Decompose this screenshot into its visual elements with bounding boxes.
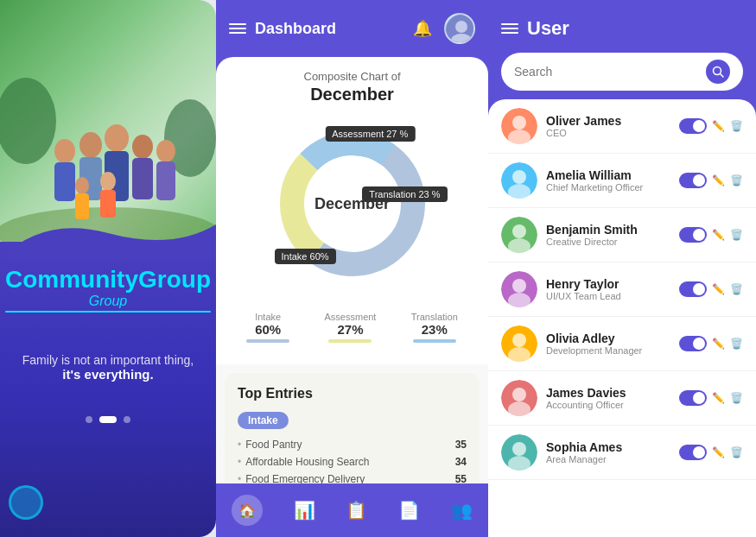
- dashboard-panel: Dashboard 🔔 Composite Chart of December: [216, 0, 488, 537]
- user-info-0: Oliver James CEO: [546, 114, 670, 138]
- svg-rect-12: [156, 161, 175, 200]
- user-delete-btn-5[interactable]: 🗑️: [730, 392, 743, 404]
- user-toggle-1[interactable]: [679, 173, 707, 188]
- legend-translation: Translation 23%: [411, 312, 458, 343]
- dot-2[interactable]: [99, 416, 117, 423]
- dot-3[interactable]: [124, 416, 130, 423]
- user-delete-btn-4[interactable]: 🗑️: [730, 338, 743, 350]
- dashboard-header: Dashboard 🔔: [216, 0, 488, 57]
- svg-point-5: [79, 132, 102, 158]
- user-edit-btn-1[interactable]: ✏️: [712, 174, 725, 186]
- search-bar[interactable]: [501, 53, 743, 91]
- user-panel-title: User: [527, 17, 569, 40]
- legend-assessment: Assessment 27%: [325, 312, 377, 343]
- dashboard-title: Dashboard: [255, 20, 401, 38]
- chart-subtitle: Composite Chart of: [229, 70, 475, 83]
- user-list-item: Oliver James CEO ✏️ 🗑️: [488, 99, 756, 154]
- user-edit-btn-0[interactable]: ✏️: [712, 120, 725, 132]
- user-actions-3: ✏️ 🗑️: [679, 281, 743, 297]
- user-actions-1: ✏️ 🗑️: [679, 173, 743, 188]
- user-name-5: James Davies: [546, 386, 670, 400]
- user-list-item: Benjamin Smith Creative Director ✏️ 🗑️: [488, 208, 756, 262]
- user-list-item: Sophia Ames Area Manager ✏️ 🗑️: [488, 426, 756, 480]
- user-list-item: James Davies Accounting Officer ✏️ 🗑️: [488, 371, 756, 426]
- svg-point-3: [54, 139, 75, 163]
- user-role-5: Accounting Officer: [546, 400, 670, 410]
- user-name-0: Oliver James: [546, 114, 670, 128]
- user-toggle-5[interactable]: [679, 390, 707, 406]
- user-info-3: Henry Taylor UI/UX Team Lead: [546, 277, 670, 301]
- user-edit-btn-5[interactable]: ✏️: [712, 392, 725, 404]
- chart-month: December: [229, 85, 475, 104]
- bell-icon[interactable]: 🔔: [410, 16, 435, 41]
- tagline-line1: Family is not an important thing,: [22, 353, 194, 367]
- user-delete-btn-3[interactable]: 🗑️: [730, 283, 743, 295]
- user-name-1: Amelia William: [546, 168, 670, 182]
- user-edit-btn-4[interactable]: ✏️: [712, 338, 725, 350]
- user-avatar-1: [501, 162, 537, 199]
- user-edit-btn-2[interactable]: ✏️: [712, 229, 725, 241]
- user-avatar-5: [501, 380, 537, 416]
- nav-doc[interactable]: 📄: [390, 496, 429, 525]
- tooltip-assessment: Assessment 27 %: [325, 126, 415, 142]
- search-input[interactable]: [514, 65, 699, 79]
- user-list-item: Henry Taylor UI/UX Team Lead ✏️ 🗑️: [488, 262, 756, 317]
- user-toggle-4[interactable]: [679, 336, 707, 351]
- header-icons: 🔔: [410, 13, 475, 44]
- decoration-circle: [9, 485, 43, 520]
- user-role-3: UI/UX Team Lead: [546, 291, 670, 301]
- nav-users[interactable]: 👥: [442, 496, 481, 525]
- user-edit-btn-3[interactable]: ✏️: [712, 283, 725, 295]
- user-hamburger-menu[interactable]: [501, 23, 518, 34]
- svg-point-36: [512, 279, 526, 293]
- search-button[interactable]: [706, 60, 730, 84]
- user-role-0: CEO: [546, 128, 670, 138]
- user-name-2: Benjamin Smith: [546, 223, 670, 237]
- tagline: Family is not an important thing, it's e…: [5, 353, 211, 382]
- user-toggle-6[interactable]: [679, 445, 707, 460]
- nav-list[interactable]: 📋: [337, 496, 376, 525]
- left-panel: CommunityGroup Group Family is not an im…: [0, 0, 216, 537]
- svg-point-42: [512, 388, 526, 401]
- user-list-item: Amelia William Chief Marketing Officer ✏…: [488, 154, 756, 208]
- hamburger-line-1: [229, 23, 246, 25]
- top-entries-title: Top Entries: [238, 386, 467, 401]
- svg-point-27: [512, 116, 526, 130]
- user-info-1: Amelia William Chief Marketing Officer: [546, 168, 670, 193]
- user-avatar-3: [501, 271, 537, 307]
- user-delete-btn-1[interactable]: 🗑️: [730, 174, 743, 186]
- tooltip-intake: Intake 60%: [275, 249, 336, 264]
- user-toggle-2[interactable]: [679, 227, 707, 243]
- user-toggle-3[interactable]: [679, 281, 707, 297]
- nav-chart[interactable]: 📊: [285, 496, 324, 525]
- dot-1[interactable]: [86, 416, 92, 423]
- user-delete-btn-0[interactable]: 🗑️: [730, 120, 743, 132]
- user-role-6: Area Manager: [546, 454, 670, 464]
- user-edit-btn-6[interactable]: ✏️: [712, 446, 725, 458]
- dashboard-content: Composite Chart of December December: [216, 57, 488, 483]
- svg-rect-4: [54, 162, 75, 201]
- svg-point-15: [75, 177, 89, 194]
- user-role-2: Creative Director: [546, 237, 670, 247]
- nav-home[interactable]: 🏠: [223, 490, 271, 530]
- user-delete-btn-2[interactable]: 🗑️: [730, 229, 743, 241]
- user-avatar-6: [501, 434, 537, 471]
- user-delete-btn-6[interactable]: 🗑️: [730, 446, 743, 458]
- user-avatar-0: [501, 108, 537, 144]
- svg-point-18: [455, 21, 467, 33]
- user-info-4: Olivia Adley Development Manager: [546, 332, 670, 356]
- user-avatar-4: [501, 325, 537, 362]
- hamburger-line-2: [229, 28, 246, 29]
- doc-icon: 📄: [398, 500, 420, 521]
- svg-point-33: [512, 224, 526, 238]
- user-toggle-0[interactable]: [679, 118, 707, 134]
- user-role-4: Development Manager: [546, 345, 670, 356]
- user-avatar-header[interactable]: [444, 13, 475, 44]
- hamburger-line-3: [229, 32, 246, 34]
- home-icon: 🏠: [238, 502, 256, 519]
- brand-group: Group: [5, 292, 211, 310]
- user-info-5: James Davies Accounting Officer: [546, 386, 670, 410]
- hamburger-menu[interactable]: [229, 23, 246, 34]
- users-icon: 👥: [451, 500, 473, 521]
- user-actions-0: ✏️ 🗑️: [679, 118, 743, 134]
